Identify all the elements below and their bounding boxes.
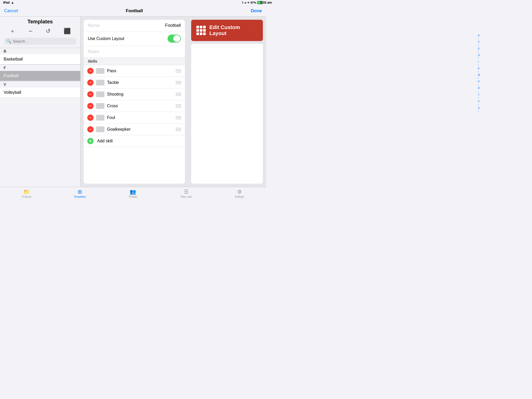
bluetooth-icon: ✦ [247, 1, 249, 4]
list-item-basketball[interactable]: Basketball [0, 54, 80, 64]
sidebar-title: Templates [3, 19, 77, 25]
right-panel: Edit Custom Layout [188, 17, 266, 187]
playlists-icon: ☰ [184, 189, 189, 195]
skill-item-goalkeeper: − Goalkeepker [84, 124, 185, 135]
toggle-knob [173, 35, 180, 42]
skill-name-tackle: Tackle [107, 80, 176, 85]
main-layout: Templates ＋ − ↺ ⬛ 🔍 B Basketball F Footb… [0, 17, 266, 187]
tab-settings-label: Settings [235, 195, 244, 198]
reorder-tackle[interactable] [176, 81, 181, 84]
skill-name-foul: Foul [107, 115, 176, 120]
time-display: 9:32 am [260, 1, 266, 4]
tab-projects[interactable]: 📁 Projects [0, 187, 53, 200]
remove-pass-button[interactable]: − [87, 68, 94, 74]
form-panel: Name Football Use Custom Layout Notes Sk… [84, 20, 185, 184]
refresh-button[interactable]: ↺ [46, 28, 50, 35]
skill-name-pass: Pass [107, 69, 176, 73]
tab-templates[interactable]: ⊞ Templates [53, 187, 107, 200]
section-header-b: B [0, 48, 80, 54]
name-row: Name Football [84, 20, 185, 31]
skill-item-tackle: − Tackle [84, 77, 185, 89]
name-placeholder: Name [88, 23, 165, 28]
skill-name-shooting: Shooting [107, 92, 176, 97]
add-skill-button[interactable]: + [87, 138, 94, 144]
name-value: Football [165, 23, 181, 28]
cancel-button[interactable]: Cancel [4, 8, 18, 14]
nav-title: Football [126, 8, 143, 14]
tab-bar: 📁 Projects ⊞ Templates 👥 People ☰ Play L… [0, 187, 266, 200]
import-button[interactable]: ⬛ [64, 28, 71, 35]
templates-icon: ⊞ [78, 189, 82, 195]
toggle-label: Use Custom Layout [88, 36, 168, 41]
nav-bar: Cancel Football Done [0, 5, 266, 17]
detail-area: Name Football Use Custom Layout Notes Sk… [81, 17, 266, 187]
skill-name-cross: Cross [107, 104, 176, 108]
grid-icon [196, 26, 206, 35]
drag-handle-shooting [96, 91, 104, 97]
reorder-pass[interactable] [176, 69, 181, 72]
custom-layout-row: Use Custom Layout [84, 31, 185, 46]
status-bar: iPad ▲ 9:32 am ☽ ◂ ✦ 97% [0, 0, 266, 5]
tab-playlists[interactable]: ☰ Play Lists [159, 187, 213, 200]
skill-item-shooting: − Shooting [84, 89, 185, 100]
tab-projects-label: Projects [22, 195, 31, 198]
search-bar: 🔍 [4, 38, 76, 45]
people-icon: 👥 [130, 189, 136, 195]
notes-placeholder[interactable]: Notes [88, 49, 99, 54]
form-empty-space [84, 147, 185, 184]
wifi-icon: ▲ [11, 1, 14, 4]
done-button[interactable]: Done [251, 8, 262, 14]
section-header-v: V [0, 81, 80, 88]
drag-handle-cross [96, 103, 104, 109]
add-template-button[interactable]: ＋ [10, 27, 15, 35]
battery-label: 97% [250, 1, 256, 4]
sidebar: Templates ＋ − ↺ ⬛ 🔍 B Basketball F Footb… [0, 17, 81, 187]
notes-row: Notes [84, 46, 185, 58]
search-input[interactable] [13, 39, 74, 43]
remove-template-button[interactable]: − [29, 28, 32, 35]
tab-people-label: People [129, 195, 137, 198]
drag-handle-goalkeeper [96, 127, 104, 132]
right-content-area [191, 44, 263, 184]
drag-handle-tackle [96, 80, 104, 85]
sidebar-toolbar: ＋ − ↺ ⬛ [3, 26, 77, 37]
list-item-football[interactable]: Football [0, 71, 80, 81]
search-icon: 🔍 [7, 39, 11, 43]
ipad-label: iPad [3, 1, 10, 4]
remove-shooting-button[interactable]: − [87, 91, 94, 97]
edit-custom-label: Edit Custom Layout [209, 24, 258, 36]
custom-layout-toggle[interactable] [168, 35, 181, 43]
edit-custom-layout-button[interactable]: Edit Custom Layout [191, 20, 263, 41]
reorder-goalkeeper[interactable] [176, 128, 181, 131]
location-icon: ◂ [244, 1, 246, 4]
skill-item-cross: − Cross [84, 100, 185, 112]
sidebar-list: B Basketball F Football V Volleyball [0, 48, 80, 187]
remove-tackle-button[interactable]: − [87, 79, 94, 86]
settings-icon: ⚙ [237, 189, 242, 195]
add-skill-row[interactable]: + Add skill [84, 135, 185, 147]
tab-playlists-label: Play Lists [181, 195, 192, 198]
remove-goalkeeper-button[interactable]: − [87, 126, 94, 132]
reorder-foul[interactable] [176, 116, 181, 119]
moon-icon: ☽ [241, 1, 243, 4]
section-header-f: F [0, 64, 80, 71]
tab-people[interactable]: 👥 People [107, 187, 160, 200]
skills-header: Skills [84, 58, 185, 65]
remove-cross-button[interactable]: − [87, 103, 94, 109]
reorder-shooting[interactable] [176, 93, 181, 96]
tab-templates-label: Templates [74, 195, 86, 198]
reorder-cross[interactable] [176, 104, 181, 108]
drag-handle-pass [96, 68, 104, 74]
list-item-volleyball[interactable]: Volleyball [0, 88, 80, 98]
skill-item-pass: − Pass [84, 65, 185, 77]
skill-item-foul: − Foul [84, 112, 185, 124]
tab-settings[interactable]: ⚙ Settings [213, 187, 266, 200]
projects-icon: 📁 [23, 189, 30, 195]
skill-name-goalkeeper: Goalkeepker [107, 127, 176, 132]
drag-handle-foul [96, 115, 104, 121]
sidebar-header: Templates ＋ − ↺ ⬛ 🔍 [0, 17, 80, 48]
remove-foul-button[interactable]: − [87, 115, 94, 121]
add-skill-label: Add skill [97, 139, 113, 143]
